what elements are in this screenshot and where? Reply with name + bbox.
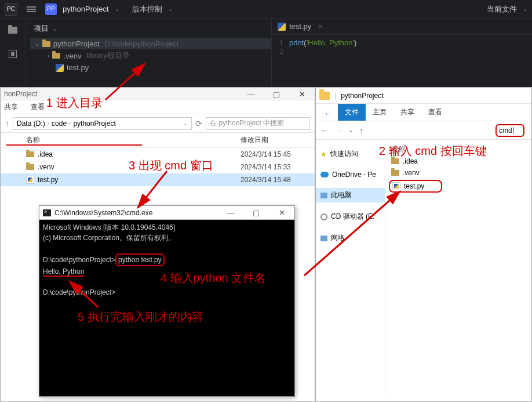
- breadcrumb-drive[interactable]: Data (D:): [17, 119, 45, 128]
- structure-tool-icon[interactable]: [9, 50, 17, 58]
- maximize-button[interactable]: ▢: [243, 206, 269, 219]
- menu-share[interactable]: 共享: [4, 102, 18, 112]
- list-item[interactable]: .venv: [385, 167, 531, 179]
- nav-label: 网络: [331, 233, 345, 243]
- tree-testpy[interactable]: test.py: [30, 62, 271, 73]
- list-item[interactable]: .venv 2024/3/14 15:33: [1, 161, 315, 173]
- cmd-command-highlight: python test.py: [115, 253, 165, 266]
- hamburger-icon[interactable]: [27, 9, 36, 10]
- version-control-menu[interactable]: 版本控制: [132, 4, 162, 15]
- cmd-title-text: C:\Windows\System32\cmd.exe: [54, 209, 152, 217]
- line-number: 2: [272, 47, 283, 56]
- nav-onedrive[interactable]: OneDrive - Pe: [316, 168, 385, 181]
- cmd-prompt: D:\code\pythonProject>: [43, 256, 115, 264]
- nav-label: 快速访问: [330, 149, 358, 159]
- nav-toolbar: ↑ Data (D:) › code › pythonProject ⌄ ⟳ 在…: [1, 114, 315, 133]
- nav-label: OneDrive - Pe: [332, 171, 376, 179]
- pycharm-titlebar: PC PP pythonProject ⌄ 版本控制 ⌄ 当前文件 ⌄: [0, 0, 532, 19]
- tab-view[interactable]: 查看: [421, 104, 449, 121]
- folder-icon: [391, 158, 399, 164]
- list-item[interactable]: test.py 2024/3/14 15:48: [1, 173, 315, 186]
- col-name[interactable]: 名称: [391, 144, 405, 154]
- nav-cd-drive[interactable]: CD 驱动器 (E:: [316, 209, 385, 224]
- tab-label: test.py: [289, 22, 311, 31]
- code-close: ): [354, 38, 356, 47]
- chevron-down-icon[interactable]: ⌄: [168, 6, 173, 12]
- address-bar[interactable]: cmd: [495, 124, 524, 137]
- refresh-button[interactable]: ⟳: [195, 119, 202, 128]
- cd-icon: [320, 213, 327, 220]
- maximize-button[interactable]: ▢: [264, 88, 289, 100]
- minimize-button[interactable]: —: [238, 88, 264, 100]
- list-item[interactable]: .idea: [385, 155, 531, 167]
- address-text: cmd: [499, 126, 512, 135]
- tab-home[interactable]: 主页: [366, 104, 393, 121]
- chevron-down-icon[interactable]: ⌄: [52, 26, 57, 32]
- menu-view[interactable]: 查看: [31, 102, 45, 112]
- nav-quick-access[interactable]: ★快速访问: [316, 147, 385, 161]
- sidebar-title: 项目: [34, 23, 49, 34]
- tree-root[interactable]: ⌄ pythonProject D:\code\pythonProject: [30, 38, 271, 49]
- back-button[interactable]: ←: [320, 126, 329, 135]
- editor-tab[interactable]: test.py ×: [272, 19, 532, 35]
- tree-testpy-name: test.py: [67, 63, 89, 72]
- python-file-icon: [392, 182, 400, 190]
- up-button[interactable]: ↑: [359, 126, 363, 135]
- folder-icon: [42, 41, 50, 47]
- cmd-body[interactable]: Microsoft Windows [版本 10.0.19045.4046] (…: [39, 220, 294, 300]
- back-button[interactable]: ←: [318, 107, 338, 121]
- code-str: 'Hello, Python': [307, 38, 354, 47]
- python-file-icon: [26, 176, 34, 184]
- pycharm-logo-icon: PC: [5, 3, 17, 16]
- tab-share[interactable]: 共享: [393, 104, 421, 121]
- chevron-down-icon[interactable]: ⌄: [183, 120, 188, 126]
- close-icon[interactable]: ×: [318, 22, 323, 31]
- network-icon: [320, 236, 327, 241]
- tab-file[interactable]: 文件: [338, 104, 366, 121]
- current-file-label[interactable]: 当前文件: [487, 4, 517, 15]
- file-name: test.py: [38, 176, 58, 184]
- breadcrumb-project[interactable]: pythonProject: [73, 119, 115, 128]
- breadcrumb[interactable]: Data (D:) › code › pythonProject ⌄: [13, 117, 192, 130]
- tree-venv[interactable]: › .venv library根目录: [30, 49, 271, 62]
- python-file-icon: [56, 64, 64, 72]
- folder-icon: [52, 53, 60, 59]
- cmd-line: (c) Microsoft Corporation。保留所有权利。: [43, 234, 175, 242]
- col-name[interactable]: 名称: [26, 135, 241, 145]
- folder-icon: [26, 164, 34, 170]
- line-number: 1: [272, 38, 283, 47]
- file-name: .idea: [403, 157, 418, 165]
- list-item-highlight[interactable]: test.py: [389, 180, 442, 193]
- cmd-prompt: D:\code\pythonProject>: [43, 288, 115, 296]
- project-tool-icon[interactable]: [8, 27, 17, 34]
- star-icon: ★: [320, 150, 327, 158]
- nav-pane: ★快速访问 OneDrive - Pe 此电脑 CD 驱动器 (E: 网络: [316, 140, 385, 395]
- search-input[interactable]: 在 pythonProject 中搜索: [206, 117, 310, 130]
- chevron-down-icon[interactable]: ⌄: [348, 126, 354, 134]
- file-name: .idea: [38, 150, 53, 158]
- cmd-output-highlight: Hello, Python: [43, 267, 84, 277]
- code-area[interactable]: 1 2 print('Hello, Python'): [272, 35, 532, 56]
- close-button[interactable]: ✕: [269, 206, 294, 219]
- nav-network[interactable]: 网络: [316, 231, 385, 245]
- tree-root-path: D:\code\pythonProject: [105, 39, 179, 48]
- minimize-button[interactable]: —: [218, 206, 243, 219]
- close-button[interactable]: ✕: [289, 88, 315, 100]
- chevron-right-icon: ›: [48, 53, 49, 59]
- cmd-window: C:\Windows\System32\cmd.exe — ▢ ✕ Micros…: [39, 205, 295, 397]
- nav-label: 此电脑: [331, 190, 352, 200]
- chevron-down-icon[interactable]: ⌄: [523, 6, 527, 12]
- up-button[interactable]: ↑: [5, 119, 9, 128]
- list-item[interactable]: .idea 2024/3/14 15:45: [1, 148, 315, 161]
- code-fn: print: [289, 38, 304, 47]
- forward-button[interactable]: →: [334, 126, 342, 135]
- onedrive-icon: [320, 172, 329, 178]
- col-date[interactable]: 修改日期: [241, 135, 268, 145]
- breadcrumb-code[interactable]: code: [52, 119, 67, 128]
- pc-icon: [320, 193, 327, 198]
- nav-this-pc[interactable]: 此电脑: [316, 188, 385, 202]
- chevron-down-icon[interactable]: ⌄: [115, 6, 119, 12]
- chevron-right-icon: ›: [69, 120, 71, 126]
- chevron-down-icon: ⌄: [35, 41, 39, 47]
- project-name[interactable]: pythonProject: [63, 5, 109, 13]
